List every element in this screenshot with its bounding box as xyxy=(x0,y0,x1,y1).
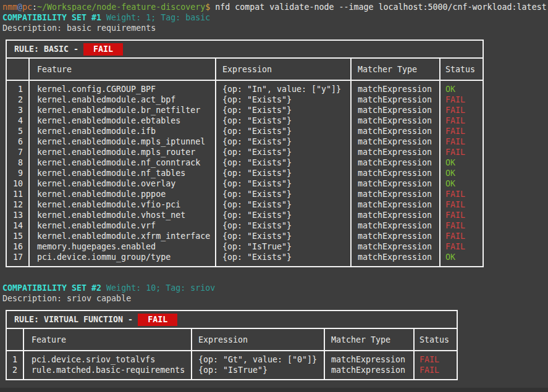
cell-feature: kernel.enabledmodule.mpls_router xyxy=(30,147,216,157)
cell-status: FAIL xyxy=(441,115,483,126)
cell-status: FAIL xyxy=(441,220,483,231)
cell-matcher-type: matchExpression xyxy=(352,136,441,147)
row-index: 1 xyxy=(7,351,24,365)
cell-status: OK xyxy=(441,157,483,168)
terminal-bottom-edge xyxy=(0,388,548,392)
cell-matcher-type: matchExpression xyxy=(352,126,441,136)
cell-expression: {op: "Exists"} xyxy=(216,210,352,220)
row-index: 7 xyxy=(7,147,30,157)
cell-expression: {op: "Exists"} xyxy=(216,189,352,199)
cell-status: OK xyxy=(441,168,483,178)
row-index: 12 xyxy=(7,199,30,210)
cell-matcher-type: matchExpression xyxy=(352,210,441,220)
row-index: 16 xyxy=(7,241,30,252)
cell-feature: kernel.enabledmodule.br_netfilter xyxy=(30,105,216,115)
cell-status: FAIL xyxy=(441,126,483,136)
cell-expression: {op: "Exists"} xyxy=(216,115,352,126)
rule-table-basic: RULE: BASIC -FAIL Feature Expression Mat… xyxy=(6,40,484,267)
cell-matcher-type: matchExpression xyxy=(352,252,441,266)
cell-expression: {op: "Exists"} xyxy=(216,157,352,168)
cell-feature: pci.device.sriov_totalvfs xyxy=(24,351,192,365)
table-header-row: Feature Expression Matcher Type Status xyxy=(7,329,457,351)
rule-label: RULE: VIRTUAL FUNCTION - xyxy=(14,314,133,325)
cell-feature: kernel.enabledmodule.vrf xyxy=(30,220,216,231)
row-index: 11 xyxy=(7,189,30,199)
prompt-at: @ xyxy=(17,2,22,12)
rule-table-virtual-function: RULE: VIRTUAL FUNCTION -FAIL Feature Exp… xyxy=(6,310,458,380)
cell-expression: {op: "Exists"} xyxy=(216,126,352,136)
row-index: 4 xyxy=(7,115,30,126)
terminal-screen[interactable]: { "terminal": { "prompt": { "user": "nmm… xyxy=(0,0,548,392)
cell-matcher-type: matchExpression xyxy=(352,220,441,231)
cell-matcher-type: matchExpression xyxy=(352,178,441,189)
set1-title: COMPATIBILITY SET #1 xyxy=(2,13,101,22)
cell-matcher-type: matchExpression xyxy=(352,115,441,126)
cell-status: OK xyxy=(441,178,483,189)
fail-badge: FAIL xyxy=(83,43,123,56)
rule-label: RULE: BASIC - xyxy=(14,44,78,54)
cell-status: OK xyxy=(441,252,483,266)
command-line: nmm@pc:~/Workspace/node-feature-discover… xyxy=(2,2,548,12)
row-index: 15 xyxy=(7,231,30,241)
cell-expression: {op: "Exists"} xyxy=(216,220,352,231)
col-header-expression: Expression xyxy=(216,59,352,81)
set2-heading: COMPATIBILITY SET #2Weight: 10; Tag: sri… xyxy=(2,283,548,293)
col-header-matcher-type: Matcher Type xyxy=(325,329,415,351)
cell-expression: {op: "Exists"} xyxy=(216,231,352,241)
cell-status: FAIL xyxy=(441,94,483,105)
cell-expression: {op: "Exists"} xyxy=(216,94,352,105)
prompt-host: pc xyxy=(22,2,32,12)
cell-expression: {op: "Exists"} xyxy=(216,252,352,266)
cell-feature: kernel.enabledmodule.xfrm_interface xyxy=(30,231,216,241)
cell-matcher-type: matchExpression xyxy=(352,231,441,241)
set2-title: COMPATIBILITY SET #2 xyxy=(2,283,101,293)
cell-expression: {op: "Gt", value: ["0"]} xyxy=(192,351,325,365)
set1-heading: COMPATIBILITY SET #1Weight: 1; Tag: basi… xyxy=(2,12,548,23)
cell-matcher-type: matchExpression xyxy=(325,365,415,379)
prompt-separator: : xyxy=(32,2,37,12)
cell-matcher-type: matchExpression xyxy=(352,241,441,252)
set2-description: Description: sriov capable xyxy=(2,293,548,304)
cell-expression: {op: "Exists"} xyxy=(216,178,352,189)
row-index: 10 xyxy=(7,178,30,189)
set1-meta: Weight: 1; Tag: basic xyxy=(106,13,210,22)
prompt-symbol: $ xyxy=(205,2,210,12)
cell-feature: kernel.enabledmodule.mpls_iptunnel xyxy=(30,136,216,147)
table-header-row: Feature Expression Matcher Type Status xyxy=(7,59,483,81)
fail-badge: FAIL xyxy=(138,314,177,326)
set2-meta: Weight: 10; Tag: sriov xyxy=(106,283,215,293)
cell-feature: kernel.enabledmodule.vhost_net xyxy=(30,210,216,220)
row-index: 1 xyxy=(7,81,30,94)
cell-matcher-type: matchExpression xyxy=(352,94,441,105)
cell-expression: {op: "Exists"} xyxy=(216,147,352,157)
cell-status: FAIL xyxy=(441,136,483,147)
cell-status: FAIL xyxy=(415,351,457,365)
cell-feature: kernel.enabledmodule.ebtables xyxy=(30,115,216,126)
cell-feature: kernel.enabledmodule.overlay xyxy=(30,178,216,189)
prompt-path: ~/Workspace/node-feature-discovery xyxy=(37,2,205,12)
set1-description: Description: basic requirements xyxy=(2,23,548,33)
prompt-user: nmm xyxy=(2,2,17,12)
col-header-matcher-type: Matcher Type xyxy=(352,59,441,81)
cell-feature: kernel.enabledmodule.vfio-pci xyxy=(30,199,216,210)
row-index: 8 xyxy=(7,157,30,168)
command-text: nfd compat validate-node --image localho… xyxy=(215,2,546,12)
cell-status: FAIL xyxy=(441,189,483,199)
col-header-index xyxy=(7,329,24,351)
row-index: 5 xyxy=(7,126,30,136)
col-header-status: Status xyxy=(441,59,483,81)
col-header-feature: Feature xyxy=(24,329,192,351)
cell-expression: {op: "IsTrue"} xyxy=(216,241,352,252)
col-header-expression: Expression xyxy=(192,329,325,351)
row-index: 2 xyxy=(7,365,24,379)
cell-status: FAIL xyxy=(441,105,483,115)
row-index: 9 xyxy=(7,168,30,178)
cell-feature: memory.hugepages.enabled xyxy=(30,241,216,252)
cell-expression: {op: "In", value: ["y"]} xyxy=(216,81,352,94)
cell-matcher-type: matchExpression xyxy=(352,199,441,210)
rule-header-basic: RULE: BASIC -FAIL xyxy=(7,41,483,59)
row-index: 13 xyxy=(7,210,30,220)
table-body: 1pci.device.sriov_totalvfs{op: "Gt", val… xyxy=(7,351,457,379)
cell-status: FAIL xyxy=(441,231,483,241)
rule-header-virtual-function: RULE: VIRTUAL FUNCTION -FAIL xyxy=(7,311,457,329)
